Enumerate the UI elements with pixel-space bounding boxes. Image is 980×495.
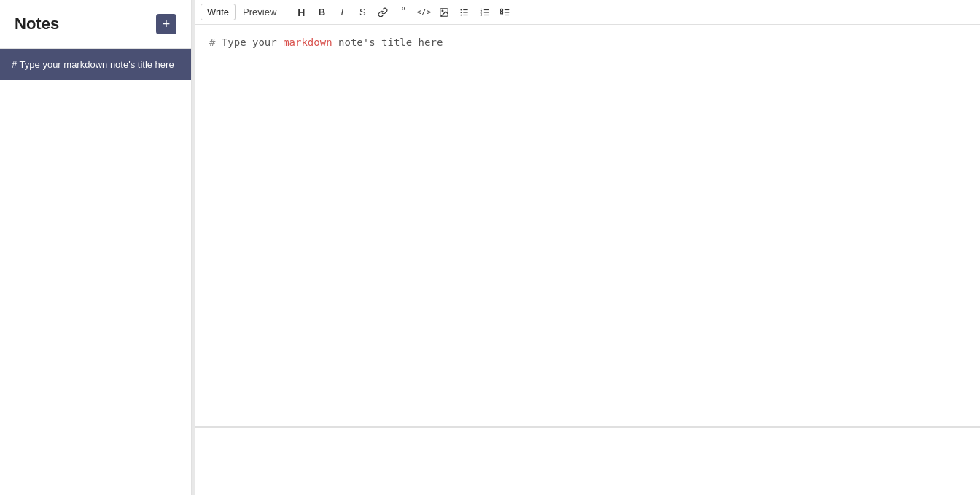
bold-button[interactable]: B xyxy=(312,3,331,22)
sidebar: Notes + # Type your markdown note's titl… xyxy=(0,0,192,495)
sidebar-header: Notes + xyxy=(0,0,191,49)
editor-placeholder: # Type your markdown note's title here xyxy=(209,36,965,48)
code-button[interactable]: </> xyxy=(414,3,433,22)
italic-button[interactable]: I xyxy=(332,3,351,22)
svg-point-5 xyxy=(461,9,462,10)
svg-point-7 xyxy=(461,14,462,15)
heading-button[interactable]: H xyxy=(292,3,311,22)
editor-content[interactable]: # Type your markdown note's title here xyxy=(195,25,980,426)
ordered-list-button[interactable]: 1 2 3 xyxy=(475,3,494,22)
sidebar-title: Notes xyxy=(15,15,59,34)
toolbar: Write Preview H B I S “ </> xyxy=(195,0,980,25)
image-button[interactable] xyxy=(435,3,454,22)
link-button[interactable] xyxy=(373,3,392,22)
svg-point-1 xyxy=(442,10,443,12)
editor-area: Write Preview H B I S “ </> xyxy=(195,0,980,495)
note-list-item[interactable]: # Type your markdown note's title here xyxy=(0,49,191,80)
svg-point-6 xyxy=(461,12,462,13)
placeholder-text: Type your markdown note's title here xyxy=(222,36,443,48)
quote-button[interactable]: “ xyxy=(394,3,413,22)
note-item-title: # Type your markdown note's title here xyxy=(12,59,174,70)
editor-footer xyxy=(195,427,980,495)
svg-rect-18 xyxy=(501,11,503,13)
add-note-button[interactable]: + xyxy=(156,14,176,34)
write-tab[interactable]: Write xyxy=(201,4,236,20)
svg-text:3: 3 xyxy=(481,12,483,16)
svg-rect-17 xyxy=(501,9,503,11)
note-list: # Type your markdown note's title here xyxy=(0,49,191,495)
preview-tab[interactable]: Preview xyxy=(237,4,282,20)
strikethrough-button[interactable]: S xyxy=(353,3,372,22)
task-list-button[interactable] xyxy=(496,3,515,22)
hash-symbol: # xyxy=(209,36,222,48)
toolbar-divider-1 xyxy=(287,6,287,19)
unordered-list-button[interactable] xyxy=(455,3,474,22)
